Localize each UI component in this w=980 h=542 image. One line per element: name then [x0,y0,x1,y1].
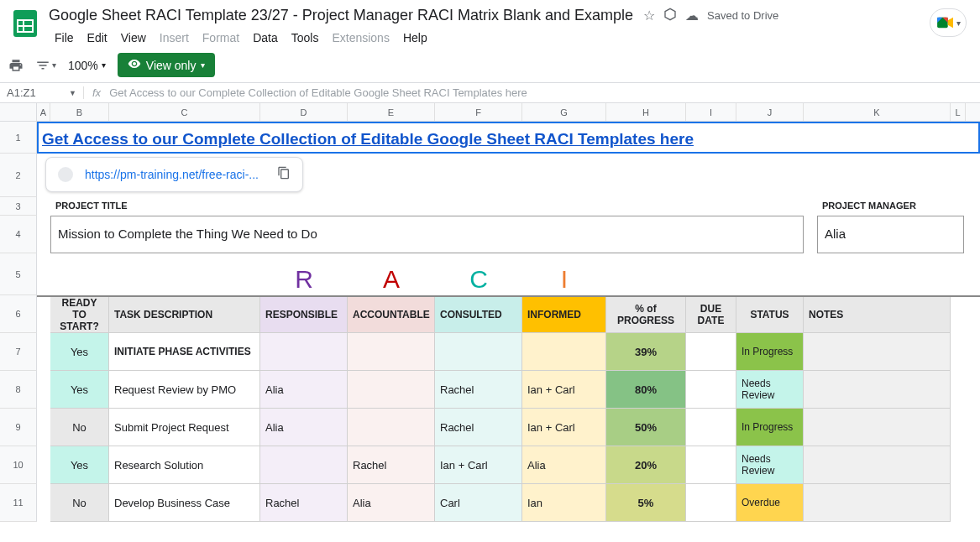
td-resp[interactable]: Alia [260,409,348,446]
td-desc[interactable]: Submit Project Request [109,409,260,446]
td-acc[interactable] [348,371,435,409]
menu-format[interactable]: Format [197,28,245,48]
row-header[interactable]: 7 [0,333,37,371]
td-ready[interactable]: Yes [50,371,109,409]
copy-icon[interactable] [277,166,291,183]
td-desc[interactable]: Research Solution [109,446,260,484]
col-header[interactable]: A [37,103,50,121]
name-box[interactable]: A1:Z1▼ [0,86,84,99]
td-due[interactable] [686,446,736,484]
menu-edit[interactable]: Edit [81,28,113,48]
td-inf[interactable]: Ian + Carl [522,409,606,446]
menu-extensions[interactable]: Extensions [326,28,395,48]
td-prog[interactable]: 80% [606,371,686,409]
td-resp[interactable] [260,333,348,371]
menu-data[interactable]: Data [247,28,284,48]
row-header[interactable]: 10 [0,446,37,484]
th-inf[interactable]: INFORMED [522,297,606,333]
td-cons[interactable]: Ian + Carl [435,446,522,484]
col-header[interactable]: I [686,103,736,121]
table-row[interactable]: No Submit Project Request Alia Rachel Ia… [37,409,980,446]
view-only-button[interactable]: View only ▾ [118,53,216,77]
row-header[interactable]: 4 [0,216,37,253]
select-all-corner[interactable] [0,103,37,122]
td-acc[interactable] [348,333,435,371]
meet-button[interactable]: ▾ [930,8,967,37]
th-cons[interactable]: CONSULTED [435,297,522,333]
td-notes[interactable] [804,484,951,522]
th-due[interactable]: DUE DATE [686,297,736,333]
td-inf[interactable] [522,333,606,371]
col-header[interactable]: L [951,103,966,121]
row-header[interactable]: 8 [0,371,37,409]
td-acc[interactable]: Alia [348,484,435,522]
td-resp[interactable]: Alia [260,371,348,409]
td-notes[interactable] [804,371,951,409]
td-notes[interactable] [804,446,951,484]
table-row[interactable]: Yes Research Solution Rachel Ian + Carl … [37,446,980,484]
td-ready[interactable]: Yes [50,446,109,484]
th-status[interactable]: STATUS [736,297,804,333]
td-cons[interactable] [435,333,522,371]
td-acc[interactable] [348,409,435,446]
cell-row-4[interactable]: Mission to Complete the Thing We Need to… [37,216,980,253]
menu-tools[interactable]: Tools [286,28,325,48]
td-notes[interactable] [804,409,951,446]
project-manager-cell[interactable]: Alia [817,216,964,253]
menu-help[interactable]: Help [397,28,433,48]
star-icon[interactable]: ☆ [643,8,655,23]
td-cons[interactable]: Rachel [435,371,522,409]
cell-row-2[interactable]: https://pm-training.net/free-raci-... [37,154,980,197]
col-header[interactable]: H [606,103,686,121]
row-header[interactable]: 6 [0,295,37,333]
col-header[interactable]: D [260,103,348,121]
td-inf[interactable]: Ian [522,484,606,522]
zoom-select[interactable]: 100%▾ [68,59,106,72]
formula-input[interactable]: Get Access to our Complete Collection of… [109,86,980,99]
col-header[interactable]: B [50,103,109,121]
td-due[interactable] [686,333,736,371]
document-title[interactable]: Google Sheet RACI Template 23/27 - Proje… [49,7,633,24]
cell-row-5[interactable]: R A C I [37,253,980,295]
row-header[interactable]: 5 [0,253,37,295]
td-prog[interactable]: 39% [606,333,686,371]
td-status[interactable]: In Progress [736,333,804,371]
td-inf[interactable]: Ian + Carl [522,371,606,409]
filter-icon[interactable]: ▾ [35,58,56,73]
link-preview-url[interactable]: https://pm-training.net/free-raci-... [85,168,259,181]
menu-insert[interactable]: Insert [154,28,195,48]
td-resp[interactable]: Rachel [260,484,348,522]
row-header[interactable]: 9 [0,409,37,446]
table-row[interactable]: Yes INITIATE PHASE ACTIVITIES 39% In Pro… [37,333,980,371]
move-icon[interactable] [663,8,677,24]
th-ready[interactable]: READY TO START? [50,297,109,333]
row-header[interactable]: 1 [0,122,37,154]
th-acc[interactable]: ACCOUNTABLE [348,297,435,333]
td-inf[interactable]: Alia [522,446,606,484]
td-ready[interactable]: No [50,409,109,446]
td-cons[interactable]: Carl [435,484,522,522]
td-prog[interactable]: 50% [606,409,686,446]
td-status[interactable]: In Progress [736,409,804,446]
menu-file[interactable]: File [49,28,80,48]
cell-row-1[interactable]: Get Access to our Complete Collection of… [37,122,980,154]
cloud-saved-icon[interactable]: ☁ [685,8,699,23]
td-resp[interactable] [260,446,348,484]
td-due[interactable] [686,484,736,522]
table-row[interactable]: Yes Request Review by PMO Alia Rachel Ia… [37,371,980,409]
td-prog[interactable]: 20% [606,446,686,484]
th-resp[interactable]: RESPONSIBLE [260,297,348,333]
td-cons[interactable]: Rachel [435,409,522,446]
td-status[interactable]: Overdue [736,484,804,522]
td-due[interactable] [686,371,736,409]
print-icon[interactable] [8,58,24,73]
td-prog[interactable]: 5% [606,484,686,522]
sheets-logo[interactable] [8,7,42,40]
col-header[interactable]: J [736,103,804,121]
project-title-cell[interactable]: Mission to Complete the Thing We Need to… [50,216,804,253]
col-header[interactable]: F [435,103,522,121]
menu-view[interactable]: View [115,28,152,48]
td-desc[interactable]: Develop Business Case [109,484,260,522]
td-ready[interactable]: No [50,484,109,522]
td-notes[interactable] [804,333,951,371]
